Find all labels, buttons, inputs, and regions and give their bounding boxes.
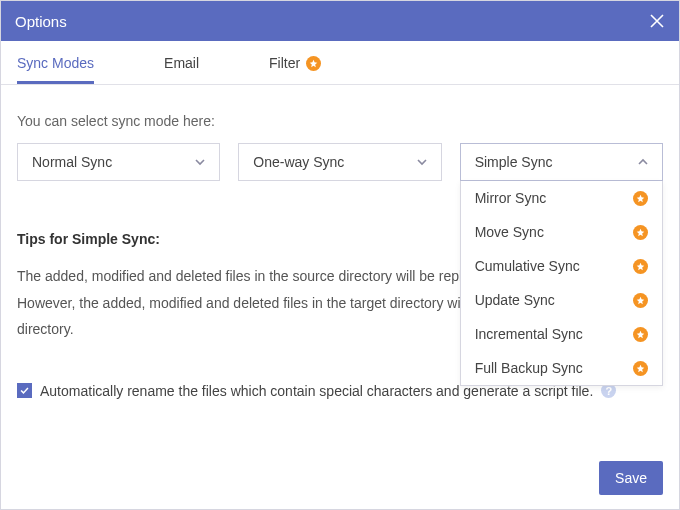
option-label: Update Sync (475, 292, 555, 308)
select-value: One-way Sync (253, 154, 344, 170)
select-value: Simple Sync (475, 154, 553, 170)
pro-star-icon (633, 327, 648, 342)
selects-row: Normal Sync One-way Sync Simple Sync Mir… (17, 143, 663, 181)
pro-star-icon (306, 56, 321, 71)
option-label: Incremental Sync (475, 326, 583, 342)
auto-rename-checkbox[interactable] (17, 383, 32, 398)
option-incremental-sync[interactable]: Incremental Sync (461, 317, 662, 351)
save-button[interactable]: Save (599, 461, 663, 495)
pro-star-icon (633, 191, 648, 206)
option-label: Move Sync (475, 224, 544, 240)
tab-email[interactable]: Email (164, 43, 199, 84)
option-label: Mirror Sync (475, 190, 547, 206)
window-title: Options (15, 13, 67, 30)
option-mirror-sync[interactable]: Mirror Sync (461, 181, 662, 215)
option-label: Cumulative Sync (475, 258, 580, 274)
sync-type-dropdown: Mirror Sync Move Sync Cumulative Sync Up… (460, 181, 663, 386)
pro-star-icon (633, 293, 648, 308)
select-sync-way[interactable]: One-way Sync (238, 143, 441, 181)
tab-label: Email (164, 55, 199, 71)
footer: Save (599, 461, 663, 495)
option-update-sync[interactable]: Update Sync (461, 283, 662, 317)
select-sync-type[interactable]: Simple Sync Mirror Sync Move Sync Cumula… (460, 143, 663, 181)
chevron-down-icon (415, 155, 429, 169)
tab-label: Filter (269, 55, 300, 71)
chevron-down-icon (193, 155, 207, 169)
mode-hint: You can select sync mode here: (17, 113, 663, 129)
option-move-sync[interactable]: Move Sync (461, 215, 662, 249)
select-sync-direction[interactable]: Normal Sync (17, 143, 220, 181)
content: You can select sync mode here: Normal Sy… (1, 85, 679, 399)
tabs: Sync Modes Email Filter (1, 41, 679, 85)
pro-star-icon (633, 259, 648, 274)
tab-sync-modes[interactable]: Sync Modes (17, 43, 94, 84)
select-value: Normal Sync (32, 154, 112, 170)
tab-filter[interactable]: Filter (269, 43, 321, 84)
chevron-up-icon (636, 155, 650, 169)
option-cumulative-sync[interactable]: Cumulative Sync (461, 249, 662, 283)
option-full-backup-sync[interactable]: Full Backup Sync (461, 351, 662, 385)
pro-star-icon (633, 225, 648, 240)
option-label: Full Backup Sync (475, 360, 583, 376)
tab-label: Sync Modes (17, 55, 94, 71)
titlebar: Options (1, 1, 679, 41)
pro-star-icon (633, 361, 648, 376)
close-icon[interactable] (649, 13, 665, 29)
